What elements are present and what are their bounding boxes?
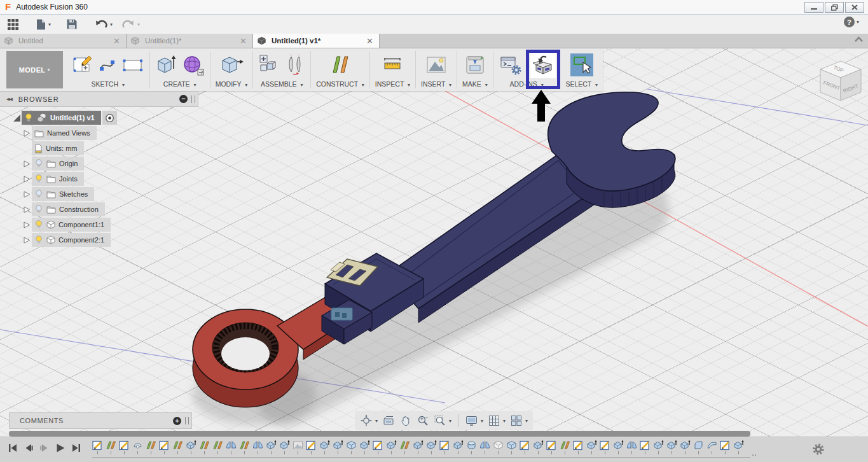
new-component-icon[interactable] — [258, 53, 281, 76]
timeline-feature-fillet[interactable] — [693, 440, 704, 454]
timeline-feature-extrude[interactable] — [666, 440, 677, 454]
tab-close-icon[interactable]: ✕ — [364, 36, 375, 46]
timeline-feature-image[interactable] — [293, 440, 303, 454]
timeline-feature-extrude[interactable] — [653, 440, 664, 454]
app-grid-menu-icon[interactable] — [8, 19, 18, 30]
create-menu[interactable]: CREATE ▾ — [163, 80, 196, 88]
tab-close-icon[interactable]: ✕ — [111, 36, 122, 46]
bulb-on-icon[interactable] — [34, 235, 43, 244]
go-to-start-button[interactable] — [8, 443, 18, 453]
insert-menu[interactable]: INSERT ▾ — [421, 80, 451, 88]
3d-print-icon[interactable] — [464, 54, 486, 76]
timeline-settings-gear-icon[interactable] — [812, 443, 825, 456]
browser-item-joints[interactable]: Joints — [0, 172, 198, 186]
insert-image-icon[interactable] — [425, 54, 448, 76]
file-menu-button[interactable]: ▾ — [35, 18, 51, 31]
browser-item-construction[interactable]: Construction — [0, 202, 198, 216]
workspace-switcher[interactable]: MODEL▾ — [6, 51, 63, 88]
timeline-feature-box[interactable] — [346, 440, 357, 454]
horizontal-scrollbar[interactable] — [9, 431, 750, 437]
measure-icon[interactable] — [381, 54, 404, 76]
bulb-off-icon[interactable] — [34, 190, 43, 199]
display-settings-button[interactable]: ▾ — [465, 414, 483, 427]
timeline-feature-sketch[interactable] — [520, 440, 530, 454]
joint-icon[interactable] — [285, 53, 305, 76]
timeline-feature-mirror[interactable] — [626, 440, 637, 454]
collapse-circle-icon[interactable]: − — [179, 95, 188, 103]
grid-layout-button[interactable]: ▾ — [488, 414, 506, 427]
select-menu[interactable]: SELECT ▾ — [565, 80, 598, 88]
timeline-feature-extrude[interactable] — [453, 440, 464, 454]
browser-item-component1-1[interactable]: Component1:1 — [0, 218, 198, 232]
restore-button[interactable] — [825, 2, 844, 13]
timeline-feature-extrude[interactable] — [359, 440, 370, 454]
minimize-button[interactable] — [804, 2, 823, 13]
expand-triangle-icon[interactable] — [22, 236, 32, 244]
bulb-off-icon[interactable] — [34, 205, 43, 214]
browser-root-row[interactable]: Untitled(1) v1 — [0, 111, 198, 125]
undo-button[interactable]: ▾ — [94, 19, 113, 29]
timeline-feature-mirror[interactable] — [252, 440, 263, 454]
timeline-feature-plane[interactable] — [212, 440, 223, 454]
zoom-button[interactable] — [417, 414, 429, 427]
viewports-button[interactable]: ▾ — [510, 414, 528, 427]
spline-icon[interactable] — [97, 54, 118, 76]
extrude-icon[interactable] — [155, 53, 178, 76]
timeline-feature-extrude[interactable] — [586, 440, 597, 454]
expand-triangle-icon[interactable] — [22, 206, 32, 214]
browser-header[interactable]: ◀◀ BROWSER − — [0, 91, 198, 107]
go-to-end-button[interactable] — [71, 443, 81, 453]
rectangle-icon[interactable] — [121, 54, 144, 76]
timeline-feature-extrude[interactable] — [613, 440, 624, 454]
timeline-feature-extrude[interactable] — [533, 440, 544, 454]
save-button[interactable] — [66, 18, 78, 30]
zoom-window-button[interactable]: ▾ — [434, 414, 451, 427]
step-back-button[interactable] — [24, 443, 34, 453]
orbit-button[interactable]: ▾ — [360, 414, 378, 427]
timeline-feature-plane[interactable] — [399, 440, 410, 454]
timeline-feature-sketch[interactable] — [159, 440, 170, 454]
collapse-ribbon-chevron-icon[interactable] — [853, 35, 864, 43]
construct-menu[interactable]: CONSTRUCT ▾ — [316, 80, 364, 88]
browser-item-named-views[interactable]: Named Views — [0, 126, 198, 140]
timeline-feature-extrude[interactable] — [279, 440, 290, 454]
expand-triangle-icon[interactable] — [22, 190, 32, 199]
scripts-icon[interactable] — [499, 53, 522, 76]
timeline-feature-sketch[interactable] — [546, 440, 557, 454]
timeline-feature-sketch[interactable] — [720, 440, 731, 454]
press-pull-icon[interactable] — [219, 53, 244, 76]
form-icon[interactable] — [182, 53, 205, 76]
step-forward-button[interactable] — [39, 443, 50, 453]
timeline-feature-extrude[interactable] — [333, 440, 343, 454]
timeline-feature-plane[interactable] — [146, 440, 156, 454]
browser-item-sketches[interactable]: Sketches — [0, 187, 198, 201]
expand-triangle-icon[interactable] — [22, 221, 32, 229]
pan-button[interactable] — [399, 414, 412, 427]
panel-resize-grip[interactable] — [191, 95, 195, 103]
collapse-panel-icon[interactable]: ◀◀ — [6, 97, 12, 102]
timeline-feature-extrude[interactable] — [266, 440, 277, 454]
timeline-feature-extrude[interactable] — [413, 440, 424, 454]
browser-item-origin[interactable]: Origin — [0, 157, 198, 171]
timeline-feature-whitebox[interactable] — [493, 440, 504, 454]
inspect-menu[interactable]: INSPECT ▾ — [375, 80, 410, 88]
timeline-feature-plane[interactable] — [560, 440, 570, 454]
timeline-feature-sketch[interactable] — [92, 440, 103, 454]
timeline-feature-box[interactable] — [506, 440, 517, 454]
make-menu[interactable]: MAKE ▾ — [462, 80, 488, 88]
activate-component-radio[interactable] — [102, 111, 117, 125]
create-sketch-icon[interactable] — [72, 54, 93, 76]
timeline-feature-mirror[interactable] — [479, 440, 490, 454]
redo-button[interactable]: ▾ — [121, 19, 140, 29]
expand-triangle-icon[interactable] — [22, 175, 32, 183]
tab-close-icon[interactable]: ✕ — [238, 36, 249, 46]
timeline-feature-sketch[interactable] — [640, 440, 651, 454]
browser-item-component2-1[interactable]: Component2:1 — [0, 233, 198, 247]
timeline-feature-sketch[interactable] — [600, 440, 610, 454]
help-button[interactable]: ? ▾ — [844, 17, 859, 27]
timeline-feature-sketch[interactable] — [306, 440, 317, 454]
construction-plane-icon[interactable] — [329, 53, 351, 76]
timeline-feature-plane[interactable] — [172, 440, 183, 454]
timeline-feature-extrude[interactable] — [733, 440, 744, 454]
timeline-feature-loft[interactable] — [706, 440, 717, 454]
